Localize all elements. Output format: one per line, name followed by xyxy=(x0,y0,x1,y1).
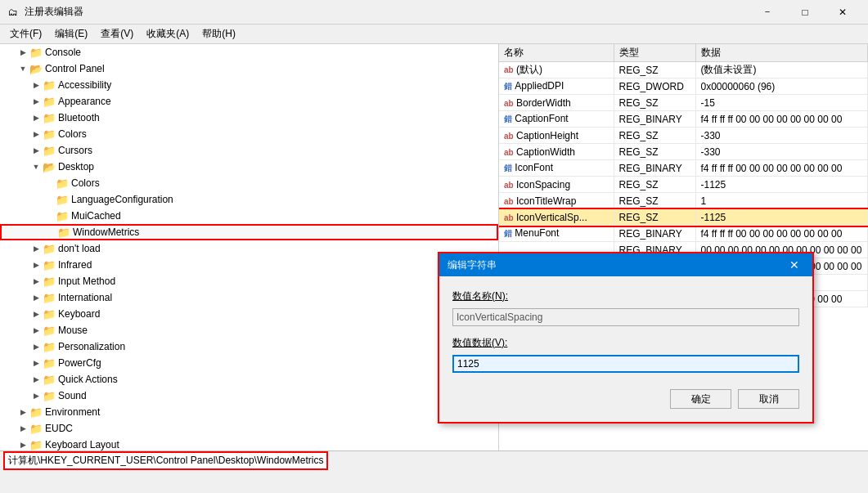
dialog-data-label: 数值数据(V): xyxy=(452,336,799,350)
dialog-name-input[interactable] xyxy=(452,308,799,326)
dialog-close-button[interactable]: ✕ xyxy=(785,255,804,275)
dialog-cancel-button[interactable]: 取消 xyxy=(738,389,799,409)
edit-string-dialog: 编辑字符串 ✕ 数值名称(N): 数值数据(V): 确定 取消 xyxy=(438,252,814,424)
dialog-data-input[interactable] xyxy=(452,355,799,373)
dialog-title: 编辑字符串 xyxy=(447,258,497,272)
dialog-title-bar: 编辑字符串 ✕ xyxy=(439,253,812,276)
dialog-buttons: 确定 取消 xyxy=(452,389,799,409)
dialog-name-label: 数值名称(N): xyxy=(452,289,799,303)
dialog-overlay: 编辑字符串 ✕ 数值名称(N): 数值数据(V): 确定 取消 xyxy=(0,0,868,493)
dialog-body: 数值名称(N): 数值数据(V): 确定 取消 xyxy=(439,276,812,422)
dialog-confirm-button[interactable]: 确定 xyxy=(670,389,731,409)
